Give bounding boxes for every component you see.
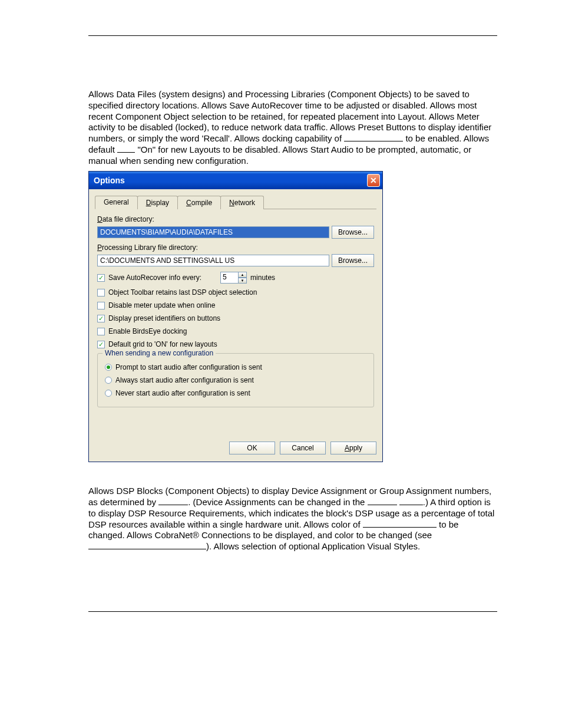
cb-preset-ident-label: Display preset identifiers on buttons bbox=[108, 314, 220, 322]
data-dir-ul: D bbox=[97, 215, 103, 223]
browse-lib-dir-button[interactable]: Browse... bbox=[332, 254, 374, 267]
tab-compile-rest: ompile bbox=[191, 199, 212, 207]
dialog-title: Options bbox=[94, 176, 125, 185]
cb-birdseye-label: Enable BirdsEye docking bbox=[108, 327, 187, 335]
autorecover-value[interactable]: 5 bbox=[220, 272, 238, 284]
cb-birdseye[interactable] bbox=[97, 328, 105, 335]
minutes-label: minutes bbox=[250, 274, 275, 282]
tab-general[interactable]: General bbox=[95, 196, 138, 209]
close-icon: ✕ bbox=[370, 176, 377, 185]
blank-3 bbox=[158, 497, 188, 505]
cb-disable-meter-label: Disable meter update when online bbox=[108, 301, 215, 309]
tab-network-ul: N bbox=[229, 199, 234, 207]
lib-dir-label: Processing Library file directory: bbox=[97, 243, 374, 252]
blank-1 bbox=[344, 133, 403, 141]
options-dialog: Options ✕ General Display Compile Networ… bbox=[88, 171, 383, 462]
close-button[interactable]: ✕ bbox=[367, 174, 380, 187]
data-dir-input[interactable]: DOCUMENTS\BIAMP\AUDIA\DATAFILES bbox=[97, 226, 329, 238]
tab-network-rest: etwork bbox=[234, 199, 255, 207]
display-paragraph: Allows DSP Blocks (Component Objects) to… bbox=[88, 486, 497, 552]
browse-data-dir-button[interactable]: Browse... bbox=[332, 226, 374, 239]
cb-autorecover[interactable]: ✓ bbox=[97, 274, 105, 282]
p1-t3: "On" for new Layouts to be disabled. All… bbox=[88, 144, 471, 166]
lib-dir-rest: rocessing Library file directory: bbox=[102, 243, 198, 252]
radio-never[interactable] bbox=[105, 390, 112, 397]
autorecover-spinner[interactable]: 5 ▲ ▼ bbox=[220, 272, 247, 284]
apply-ul: A bbox=[345, 444, 349, 452]
blank-4 bbox=[368, 497, 397, 505]
blank-5 bbox=[399, 497, 423, 505]
apply-button[interactable]: Apply bbox=[330, 442, 376, 454]
intro-paragraph: Allows Data Files (system designs) and P… bbox=[88, 89, 497, 166]
cb-default-grid-label: Default grid to 'ON' for new layouts bbox=[108, 340, 217, 348]
radio-prompt-label: Prompt to start audio after configuratio… bbox=[115, 363, 262, 371]
cb-object-toolbar[interactable] bbox=[97, 289, 105, 297]
config-send-group-title: When sending a new configuration bbox=[103, 349, 216, 357]
cancel-button[interactable]: Cancel bbox=[280, 442, 326, 454]
radio-always-label: Always start audio after configuration i… bbox=[115, 376, 254, 384]
cb-autorecover-label: Save AutoRecover info every: bbox=[108, 274, 201, 282]
tab-compile-ul: C bbox=[186, 199, 191, 207]
cb-preset-ident[interactable]: ✓ bbox=[97, 315, 105, 322]
data-dir-label: Data file directory: bbox=[97, 215, 374, 223]
blank-7 bbox=[88, 541, 206, 549]
tabstrip: General Display Compile Network bbox=[95, 195, 376, 209]
tab-display[interactable]: Display bbox=[137, 196, 178, 209]
config-send-group: When sending a new configuration Prompt … bbox=[97, 353, 374, 407]
dialog-titlebar[interactable]: Options ✕ bbox=[89, 172, 382, 189]
p2-t5: ). Allows selection of optional Applicat… bbox=[206, 541, 420, 551]
ok-button[interactable]: OK bbox=[229, 442, 275, 454]
tab-network[interactable]: Network bbox=[220, 196, 264, 209]
lib-dir-ul: P bbox=[97, 243, 102, 252]
data-dir-rest: ata file directory: bbox=[103, 215, 154, 223]
tab-display-rest: isplay bbox=[151, 199, 169, 207]
spinner-up-icon[interactable]: ▲ bbox=[238, 272, 247, 278]
spinner-down-icon[interactable]: ▼ bbox=[238, 278, 247, 284]
blank-6 bbox=[363, 519, 437, 528]
blank-2 bbox=[117, 144, 135, 153]
radio-prompt[interactable] bbox=[105, 364, 112, 371]
radio-always[interactable] bbox=[105, 377, 112, 384]
tab-general-label: General bbox=[104, 198, 129, 206]
page-top-rule bbox=[88, 35, 497, 36]
cb-default-grid[interactable]: ✓ bbox=[97, 341, 105, 348]
p2-t2: . (Device Assignments can be changed in … bbox=[188, 497, 367, 507]
cb-object-toolbar-label: Object Toolbar retains last DSP object s… bbox=[108, 288, 257, 297]
radio-never-label: Never start audio after configuration is… bbox=[115, 389, 250, 397]
tab-compile[interactable]: Compile bbox=[177, 196, 221, 209]
cb-disable-meter[interactable] bbox=[97, 302, 105, 309]
page-bottom-rule bbox=[88, 611, 497, 612]
apply-rest: pply bbox=[349, 444, 362, 452]
lib-dir-input[interactable]: C:\DOCUMENTS AND SETTINGS\ALL US bbox=[97, 255, 329, 266]
